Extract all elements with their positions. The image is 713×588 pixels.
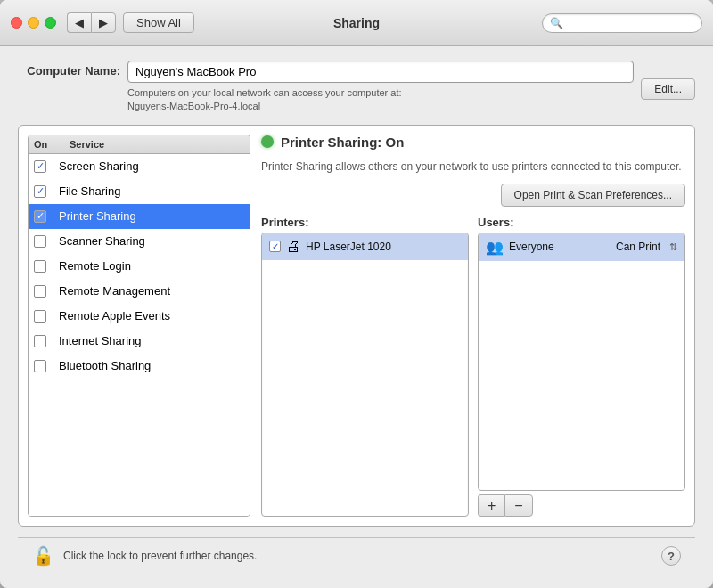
user-icon: 👥 — [486, 239, 504, 256]
computer-name-right: Computers on your local network can acce… — [127, 61, 634, 114]
printer-sharing-desc: Printer Sharing allows others on your ne… — [261, 159, 685, 175]
user-permission: Can Print — [616, 241, 660, 253]
bottom-bar: 🔓 Click the lock to prevent further chan… — [18, 537, 695, 574]
computer-name-desc: Computers on your local network can acce… — [127, 86, 634, 114]
titlebar: ◀ ▶ Show All Sharing 🔍 — [0, 0, 713, 46]
printer-sharing-checkbox[interactable]: ✓ — [34, 210, 46, 223]
content-area: Computer Name: Computers on your local n… — [0, 46, 713, 588]
printers-section: Printers: ✓ 🖨 HP LaserJet 1020 — [261, 216, 469, 517]
remote-login-label: Remote Login — [59, 259, 131, 273]
search-input[interactable] — [567, 17, 694, 29]
printer-sharing-title: Printer Sharing: On — [261, 135, 685, 150]
user-name: Everyone — [509, 241, 611, 253]
lock-text: Click the lock to prevent further change… — [63, 550, 257, 562]
remote-login-checkbox[interactable] — [34, 260, 46, 273]
file-sharing-label: File Sharing — [59, 184, 120, 198]
nav-buttons: ◀ ▶ — [67, 12, 116, 33]
printers-list: ✓ 🖨 HP LaserJet 1020 — [261, 233, 469, 517]
printer-name: HP LaserJet 1020 — [306, 241, 391, 253]
printers-label: Printers: — [261, 216, 469, 229]
edit-button[interactable]: Edit... — [641, 78, 695, 100]
service-item-bluetooth-sharing[interactable]: Bluetooth Sharing — [29, 354, 250, 379]
lock-icon[interactable]: 🔓 — [32, 545, 54, 567]
add-remove-bar: + − — [478, 494, 685, 517]
help-button[interactable]: ? — [661, 546, 681, 566]
bluetooth-sharing-checkbox[interactable] — [34, 360, 46, 372]
service-item-screen-sharing[interactable]: ✓ Screen Sharing — [29, 154, 250, 179]
screen-sharing-label: Screen Sharing — [59, 159, 139, 173]
service-item-remote-login[interactable]: Remote Login — [29, 254, 250, 279]
search-icon: 🔍 — [550, 17, 563, 29]
service-item-printer-sharing[interactable]: ✓ Printer Sharing — [29, 204, 250, 229]
internet-sharing-checkbox[interactable] — [34, 335, 46, 347]
minimize-button[interactable] — [28, 17, 39, 29]
printer-sharing-label: Printer Sharing — [59, 209, 136, 223]
remote-apple-events-label: Remote Apple Events — [59, 309, 170, 323]
remote-management-label: Remote Management — [59, 284, 170, 298]
remote-management-checkbox[interactable] — [34, 285, 46, 298]
show-all-button[interactable]: Show All — [123, 12, 194, 33]
bluetooth-sharing-label: Bluetooth Sharing — [59, 359, 151, 372]
permission-arrow-icon[interactable]: ⇅ — [669, 241, 677, 253]
users-label: Users: — [478, 216, 685, 229]
computer-name-section: Computer Name: Computers on your local n… — [18, 61, 695, 114]
users-list: 👥 Everyone Can Print ⇅ — [478, 233, 685, 491]
internet-sharing-label: Internet Sharing — [59, 334, 142, 347]
printer-icon: 🖨 — [286, 239, 300, 255]
remove-user-button[interactable]: − — [504, 494, 532, 517]
forward-button[interactable]: ▶ — [91, 12, 116, 33]
screen-sharing-checkbox[interactable]: ✓ — [34, 160, 46, 173]
users-section: Users: 👥 Everyone Can Print ⇅ + − — [478, 216, 685, 517]
computer-name-label: Computer Name: — [18, 61, 120, 78]
back-button[interactable]: ◀ — [67, 12, 91, 33]
user-item[interactable]: 👥 Everyone Can Print ⇅ — [479, 233, 684, 261]
right-panel: Printer Sharing: On Printer Sharing allo… — [261, 135, 685, 517]
printer-item-checkbox[interactable]: ✓ — [269, 241, 281, 252]
services-header-service: Service — [70, 139, 104, 150]
maximize-button[interactable] — [45, 17, 56, 29]
service-item-remote-management[interactable]: Remote Management — [29, 279, 250, 304]
services-body: ✓ Screen Sharing ✓ File Sharing ✓ Printe… — [29, 154, 250, 516]
printers-users-row: Printers: ✓ 🖨 HP LaserJet 1020 Users: — [261, 216, 685, 517]
search-bar[interactable]: 🔍 — [542, 13, 702, 33]
service-item-internet-sharing[interactable]: Internet Sharing — [29, 329, 250, 354]
service-item-remote-apple-events[interactable]: Remote Apple Events — [29, 304, 250, 329]
window: ◀ ▶ Show All Sharing 🔍 Computer Name: Co… — [0, 0, 713, 588]
printer-item[interactable]: ✓ 🖨 HP LaserJet 1020 — [262, 233, 468, 260]
open-prefs-button[interactable]: Open Print & Scan Preferences... — [501, 184, 685, 207]
add-user-button[interactable]: + — [478, 494, 504, 517]
services-header: On Service — [29, 135, 250, 154]
computer-name-input[interactable] — [127, 61, 634, 83]
status-dot — [261, 135, 274, 148]
main-panel: On Service ✓ Screen Sharing ✓ File Shari… — [18, 125, 695, 527]
service-item-scanner-sharing[interactable]: Scanner Sharing — [29, 229, 250, 254]
scanner-sharing-label: Scanner Sharing — [59, 234, 145, 248]
remote-apple-events-checkbox[interactable] — [34, 310, 46, 323]
services-list: On Service ✓ Screen Sharing ✓ File Shari… — [28, 135, 250, 517]
traffic-lights — [11, 17, 56, 29]
printer-sharing-title-text: Printer Sharing: On — [281, 135, 404, 150]
scanner-sharing-checkbox[interactable] — [34, 235, 46, 248]
service-item-file-sharing[interactable]: ✓ File Sharing — [29, 179, 250, 204]
close-button[interactable] — [11, 17, 22, 29]
window-title: Sharing — [333, 16, 380, 30]
services-header-on: On — [34, 139, 70, 150]
file-sharing-checkbox[interactable]: ✓ — [34, 185, 46, 198]
